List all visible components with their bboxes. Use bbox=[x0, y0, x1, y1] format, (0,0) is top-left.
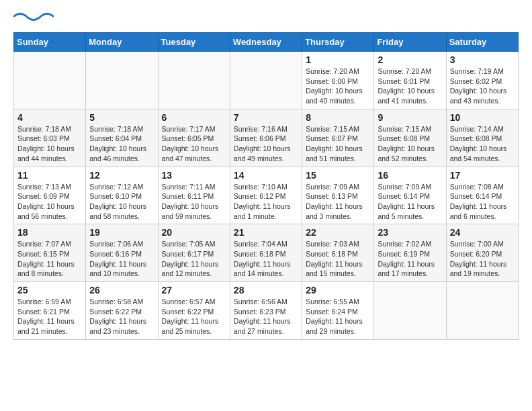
day-number: 11 bbox=[17, 170, 82, 181]
day-number: 23 bbox=[378, 227, 442, 238]
day-number: 28 bbox=[234, 285, 298, 295]
day-number: 14 bbox=[234, 170, 298, 181]
day-info: Sunrise: 7:15 AM Sunset: 6:08 PM Dayligh… bbox=[378, 124, 442, 164]
day-info: Sunrise: 7:19 AM Sunset: 6:02 PM Dayligh… bbox=[450, 66, 515, 106]
day-info: Sunrise: 6:59 AM Sunset: 6:21 PM Dayligh… bbox=[17, 297, 82, 336]
calendar-cell: 26Sunrise: 6:58 AM Sunset: 6:22 PM Dayli… bbox=[86, 282, 158, 340]
day-number: 25 bbox=[17, 285, 82, 295]
calendar-cell bbox=[158, 52, 230, 109]
calendar-cell: 13Sunrise: 7:11 AM Sunset: 6:11 PM Dayli… bbox=[158, 167, 230, 224]
day-info: Sunrise: 7:05 AM Sunset: 6:17 PM Dayligh… bbox=[162, 239, 226, 279]
day-info: Sunrise: 7:09 AM Sunset: 6:14 PM Dayligh… bbox=[378, 182, 442, 222]
calendar-cell: 24Sunrise: 7:00 AM Sunset: 6:20 PM Dayli… bbox=[446, 224, 518, 282]
day-info: Sunrise: 7:16 AM Sunset: 6:06 PM Dayligh… bbox=[234, 124, 298, 164]
day-info: Sunrise: 7:07 AM Sunset: 6:15 PM Dayligh… bbox=[17, 239, 82, 279]
calendar-table: SundayMondayTuesdayWednesdayThursdayFrid… bbox=[13, 32, 519, 340]
day-number: 20 bbox=[162, 227, 226, 238]
col-header-wednesday: Wednesday bbox=[230, 33, 302, 52]
calendar-cell: 20Sunrise: 7:05 AM Sunset: 6:17 PM Dayli… bbox=[158, 224, 230, 282]
week-row-2: 4Sunrise: 7:18 AM Sunset: 6:03 PM Daylig… bbox=[14, 109, 519, 167]
day-info: Sunrise: 7:03 AM Sunset: 6:18 PM Dayligh… bbox=[306, 239, 370, 279]
day-number: 15 bbox=[306, 170, 370, 181]
day-number: 8 bbox=[306, 112, 370, 123]
day-info: Sunrise: 6:56 AM Sunset: 6:23 PM Dayligh… bbox=[234, 297, 298, 336]
day-number: 6 bbox=[162, 112, 226, 123]
day-number: 4 bbox=[17, 112, 82, 123]
calendar-cell: 2Sunrise: 7:20 AM Sunset: 6:01 PM Daylig… bbox=[374, 52, 446, 109]
day-number: 27 bbox=[162, 285, 226, 295]
calendar-cell: 28Sunrise: 6:56 AM Sunset: 6:23 PM Dayli… bbox=[230, 282, 302, 340]
week-row-3: 11Sunrise: 7:13 AM Sunset: 6:09 PM Dayli… bbox=[14, 167, 519, 224]
day-number: 22 bbox=[306, 227, 370, 238]
calendar-page: SundayMondayTuesdayWednesdayThursdayFrid… bbox=[0, 0, 532, 351]
calendar-cell: 27Sunrise: 6:57 AM Sunset: 6:22 PM Dayli… bbox=[158, 282, 230, 340]
day-number: 16 bbox=[378, 170, 442, 181]
calendar-cell: 17Sunrise: 7:08 AM Sunset: 6:14 PM Dayli… bbox=[446, 167, 518, 224]
day-info: Sunrise: 6:57 AM Sunset: 6:22 PM Dayligh… bbox=[162, 297, 226, 336]
calendar-cell: 10Sunrise: 7:14 AM Sunset: 6:08 PM Dayli… bbox=[446, 109, 518, 167]
calendar-cell: 22Sunrise: 7:03 AM Sunset: 6:18 PM Dayli… bbox=[302, 224, 374, 282]
day-number: 5 bbox=[89, 112, 154, 123]
day-number: 13 bbox=[162, 170, 226, 181]
day-number: 24 bbox=[450, 227, 515, 238]
day-info: Sunrise: 7:13 AM Sunset: 6:09 PM Dayligh… bbox=[17, 182, 82, 222]
calendar-cell: 5Sunrise: 7:18 AM Sunset: 6:04 PM Daylig… bbox=[86, 109, 158, 167]
calendar-cell: 29Sunrise: 6:55 AM Sunset: 6:24 PM Dayli… bbox=[302, 282, 374, 340]
calendar-cell: 8Sunrise: 7:15 AM Sunset: 6:07 PM Daylig… bbox=[302, 109, 374, 167]
col-header-sunday: Sunday bbox=[14, 33, 86, 52]
day-number: 9 bbox=[378, 112, 442, 123]
day-info: Sunrise: 7:06 AM Sunset: 6:16 PM Dayligh… bbox=[89, 239, 154, 279]
calendar-cell: 21Sunrise: 7:04 AM Sunset: 6:18 PM Dayli… bbox=[230, 224, 302, 282]
day-info: Sunrise: 7:18 AM Sunset: 6:04 PM Dayligh… bbox=[89, 124, 154, 164]
day-info: Sunrise: 7:11 AM Sunset: 6:11 PM Dayligh… bbox=[162, 182, 226, 222]
calendar-cell: 23Sunrise: 7:02 AM Sunset: 6:19 PM Dayli… bbox=[374, 224, 446, 282]
col-header-friday: Friday bbox=[374, 33, 446, 52]
calendar-cell: 3Sunrise: 7:19 AM Sunset: 6:02 PM Daylig… bbox=[446, 52, 518, 109]
day-number: 10 bbox=[450, 112, 515, 123]
calendar-cell: 11Sunrise: 7:13 AM Sunset: 6:09 PM Dayli… bbox=[14, 167, 86, 224]
calendar-cell: 7Sunrise: 7:16 AM Sunset: 6:06 PM Daylig… bbox=[230, 109, 302, 167]
day-number: 12 bbox=[89, 170, 154, 181]
day-number: 3 bbox=[450, 54, 515, 65]
day-number: 19 bbox=[89, 227, 154, 238]
calendar-cell bbox=[446, 282, 518, 340]
calendar-cell: 16Sunrise: 7:09 AM Sunset: 6:14 PM Dayli… bbox=[374, 167, 446, 224]
day-number: 17 bbox=[450, 170, 515, 181]
col-header-saturday: Saturday bbox=[446, 33, 518, 52]
calendar-cell bbox=[86, 52, 158, 109]
col-header-monday: Monday bbox=[86, 33, 158, 52]
logo bbox=[13, 11, 54, 26]
calendar-cell: 12Sunrise: 7:12 AM Sunset: 6:10 PM Dayli… bbox=[86, 167, 158, 224]
calendar-cell: 4Sunrise: 7:18 AM Sunset: 6:03 PM Daylig… bbox=[14, 109, 86, 167]
day-info: Sunrise: 7:20 AM Sunset: 6:00 PM Dayligh… bbox=[306, 66, 370, 106]
day-info: Sunrise: 7:15 AM Sunset: 6:07 PM Dayligh… bbox=[306, 124, 370, 164]
day-number: 29 bbox=[306, 285, 370, 295]
calendar-cell bbox=[14, 52, 86, 109]
day-info: Sunrise: 6:55 AM Sunset: 6:24 PM Dayligh… bbox=[306, 297, 370, 336]
calendar-body: 1Sunrise: 7:20 AM Sunset: 6:00 PM Daylig… bbox=[14, 52, 519, 340]
day-info: Sunrise: 7:18 AM Sunset: 6:03 PM Dayligh… bbox=[17, 124, 82, 164]
day-number: 21 bbox=[234, 227, 298, 238]
day-number: 2 bbox=[378, 54, 442, 65]
col-header-thursday: Thursday bbox=[302, 33, 374, 52]
calendar-cell: 19Sunrise: 7:06 AM Sunset: 6:16 PM Dayli… bbox=[86, 224, 158, 282]
day-number: 7 bbox=[234, 112, 298, 123]
calendar-cell: 15Sunrise: 7:09 AM Sunset: 6:13 PM Dayli… bbox=[302, 167, 374, 224]
week-row-4: 18Sunrise: 7:07 AM Sunset: 6:15 PM Dayli… bbox=[14, 224, 519, 282]
calendar-header-row: SundayMondayTuesdayWednesdayThursdayFrid… bbox=[14, 33, 519, 52]
day-number: 18 bbox=[17, 227, 82, 238]
week-row-5: 25Sunrise: 6:59 AM Sunset: 6:21 PM Dayli… bbox=[14, 282, 519, 340]
day-info: Sunrise: 7:09 AM Sunset: 6:13 PM Dayligh… bbox=[306, 182, 370, 222]
day-info: Sunrise: 7:02 AM Sunset: 6:19 PM Dayligh… bbox=[378, 239, 442, 279]
day-info: Sunrise: 7:17 AM Sunset: 6:05 PM Dayligh… bbox=[162, 124, 226, 164]
day-info: Sunrise: 7:12 AM Sunset: 6:10 PM Dayligh… bbox=[89, 182, 154, 222]
logo-wave-icon bbox=[13, 11, 54, 23]
calendar-cell: 18Sunrise: 7:07 AM Sunset: 6:15 PM Dayli… bbox=[14, 224, 86, 282]
week-row-1: 1Sunrise: 7:20 AM Sunset: 6:00 PM Daylig… bbox=[14, 52, 519, 109]
calendar-cell: 14Sunrise: 7:10 AM Sunset: 6:12 PM Dayli… bbox=[230, 167, 302, 224]
day-info: Sunrise: 6:58 AM Sunset: 6:22 PM Dayligh… bbox=[89, 297, 154, 336]
day-info: Sunrise: 7:10 AM Sunset: 6:12 PM Dayligh… bbox=[234, 182, 298, 222]
calendar-cell: 25Sunrise: 6:59 AM Sunset: 6:21 PM Dayli… bbox=[14, 282, 86, 340]
col-header-tuesday: Tuesday bbox=[158, 33, 230, 52]
day-number: 1 bbox=[306, 54, 370, 65]
